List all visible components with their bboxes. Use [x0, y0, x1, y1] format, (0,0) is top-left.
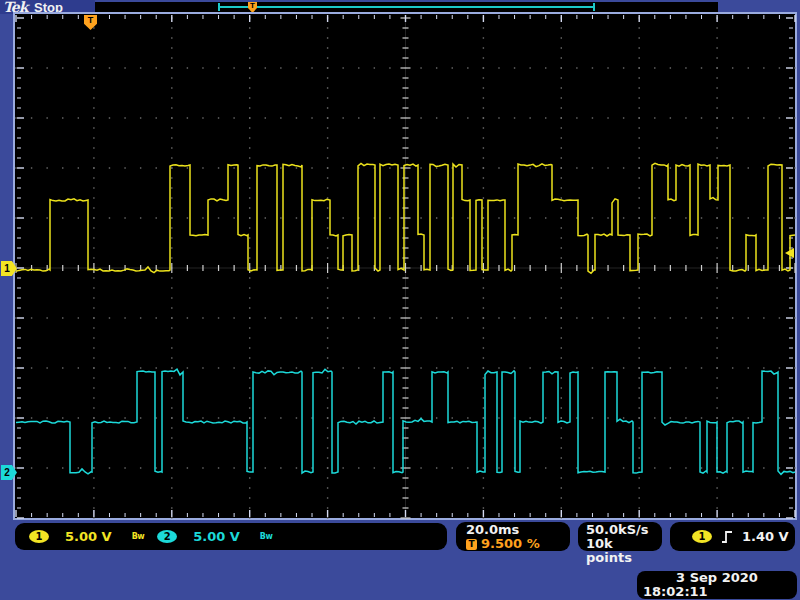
- graticule: [13, 12, 797, 520]
- oscilloscope-screen: Tek Stop T T 1 2 1 5.00 V Bw 2 5.00 V Bw…: [0, 0, 800, 600]
- channel1-marker-label: 1: [1, 261, 13, 276]
- timebase-readout-box: 20.0ms T 9.500 %: [456, 522, 570, 551]
- channel-readout-box: 1 5.00 V Bw 2 5.00 V Bw: [15, 523, 447, 550]
- channel2-marker-label: 2: [1, 465, 13, 480]
- record-length-readout: 10k points: [586, 537, 662, 565]
- datetime-box: 3 Sep 2020 18:02:11: [637, 571, 797, 599]
- channel2-bandwidth-icon: Bw: [260, 532, 273, 541]
- channel2-badge: 2: [157, 530, 177, 543]
- trigger-source-badge: 1: [692, 530, 712, 543]
- channel2-scale-readout: 5.00 V: [193, 529, 240, 544]
- trigger-readout-box: 1 1.40 V: [670, 522, 795, 551]
- trigger-level-arrow-icon: [785, 248, 794, 258]
- trigger-level-readout: 1.40 V: [742, 529, 789, 544]
- acquisition-readout-box: 50.0kS/s 10k points: [578, 522, 662, 551]
- record-window-indicator: [220, 6, 593, 8]
- sample-rate-readout: 50.0kS/s: [586, 523, 662, 537]
- record-window-left-bracket: [218, 3, 220, 11]
- channel1-scale-readout: 5.00 V: [65, 529, 112, 544]
- rising-edge-icon: [720, 530, 734, 544]
- record-window-right-bracket: [593, 3, 595, 11]
- date-label: 3 Sep 2020: [643, 571, 791, 585]
- horizontal-position-readout: 9.500 %: [481, 537, 540, 551]
- trigger-position-icon: T: [466, 539, 477, 550]
- channel1-bandwidth-icon: Bw: [132, 532, 145, 541]
- time-label: 18:02:11: [643, 585, 791, 599]
- channel1-badge: 1: [29, 530, 49, 543]
- timebase-scale-readout: 20.0ms: [466, 523, 570, 537]
